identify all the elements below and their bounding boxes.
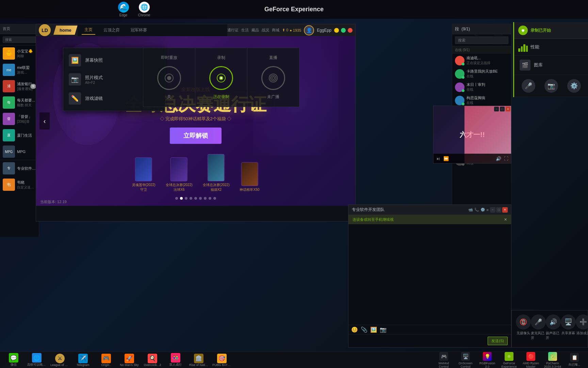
gf-camera-icon: 📷	[544, 79, 558, 93]
send-button[interactable]: 发送(S)	[488, 337, 508, 345]
wechat-item-xiamen[interactable]: 厦 厦门生活	[0, 127, 39, 143]
emoji-icon[interactable]: 😊	[351, 326, 358, 333]
taskbar-browser[interactable]: 🌐 高铁可以喝酒 百度...	[26, 352, 48, 368]
online-section-header: 在线 (9/1)	[452, 46, 511, 54]
friend-judgment[interactable]: 末日丨审判 在线	[452, 80, 511, 94]
chat-notification-close[interactable]: ✕	[504, 217, 507, 222]
video-minimize[interactable]: −	[494, 107, 499, 111]
chat-minimize[interactable]: −	[490, 207, 495, 213]
taskbar-telegram[interactable]: ✈️ Telegram	[72, 353, 94, 367]
instant-replay-btn[interactable]	[157, 66, 181, 90]
chat-input-area: 发送(S)	[348, 334, 511, 347]
taskbar-ron[interactable]: 🏛️ Rise of Nations...	[188, 353, 210, 367]
wechat-item-dudu[interactable]: 督 「督督」 [33组]督	[0, 111, 39, 127]
taskbar-wemod[interactable]: 🎮 WeMod Control	[434, 352, 453, 368]
lol-item-0: 灵魂莲华(2022)守卫	[132, 157, 156, 192]
gf-settings-btn[interactable]: ⚙️	[567, 79, 581, 93]
friends-search-input[interactable]	[455, 36, 508, 44]
video-volume-icon[interactable]: 🔊	[496, 156, 501, 161]
video-fullscreen-icon[interactable]: ⛶	[504, 156, 508, 161]
chat-toolbar: 😊 📎 🖼️ 📷	[348, 325, 511, 334]
chrome-icon-top[interactable]: 🌐 Chrome	[136, 2, 152, 17]
user-avatar[interactable]: 👤	[304, 25, 314, 35]
svg-point-7	[272, 77, 275, 79]
friend-kali[interactable]: 卡路里我的天放BE 在线	[452, 67, 511, 80]
gf-mic-btn[interactable]: 🎤	[522, 79, 535, 93]
call-add[interactable]: ➕ 添加成员	[576, 315, 588, 340]
carousel-prev[interactable]: ‹	[39, 112, 50, 129]
speaker-icon: 🔊	[546, 315, 561, 329]
svg-point-4	[220, 77, 222, 79]
screenshot-chat-icon[interactable]: 📷	[380, 326, 387, 333]
taskbar-nms[interactable]: 🚀 No Man's Sky	[118, 353, 140, 367]
tab-home[interactable]: 主页	[82, 26, 95, 35]
taskbar-origin[interactable]: 🎮 Origin .	[95, 353, 117, 367]
wechat-item-me[interactable]: me me联盟 游戏…	[0, 62, 39, 78]
video-play-icon[interactable]: ⏯	[436, 156, 441, 161]
friend-foot[interactable]: 枸思蔻脚病 在线	[452, 94, 511, 107]
taskbar-rgb[interactable]: 💡 RGBFusion 2.0	[478, 352, 497, 368]
friend-avatar-judgment	[455, 82, 464, 92]
file-icon[interactable]: 📎	[361, 326, 368, 333]
pubg-taskbar-icon: 🎯	[217, 354, 227, 363]
maximize-button[interactable]	[341, 28, 346, 33]
live-section: 直播 未广播	[247, 48, 299, 107]
wechat-item-xiaobao[interactable]: 🐥 小宝宝🐥 闲聊	[0, 45, 39, 62]
play-button[interactable]: home	[53, 26, 78, 35]
taskbar-amd[interactable]: 🔴 AMD Ryzen Master	[521, 352, 540, 368]
tab-tft[interactable]: 云顶之弈	[101, 26, 122, 34]
record-btn[interactable]	[209, 66, 233, 90]
gf-settings-icon: ⚙️	[567, 79, 581, 93]
wechat-search[interactable]	[3, 36, 36, 43]
edge-icon-top[interactable]: 🌊 Edge	[116, 2, 131, 17]
rgb-icon: 💡	[483, 352, 492, 361]
lol-taskbar-icon: ⚔	[55, 354, 65, 363]
gf-performance-section[interactable]: 性能	[514, 39, 588, 56]
gf-controls: 🎤 📷 ⚙️	[514, 75, 588, 97]
lol-nav-right: 通行证 生活 藏品 战况 商城 ⬆ 0 ● 1935 👤 EggEpp	[227, 25, 353, 35]
taskbar-apps-right: 🎮 WeMod Control 🖥️ OnScreen Control 💡 RG…	[430, 352, 588, 368]
wechat-panel-header: 首页	[3, 26, 10, 31]
chat-maximize[interactable]: □	[496, 207, 502, 213]
gf-camera-btn[interactable]: 📷	[544, 79, 558, 93]
wechat-item-everyday[interactable]: 每 每天都要... 额数·郑天	[0, 94, 39, 111]
taskbar-pycharm[interactable]: 🐍 PyCharm 2020.3:3×64	[543, 352, 562, 368]
taskbar-onscreen[interactable]: 🖥️ OnScreen Control	[456, 352, 475, 368]
image-icon[interactable]: 🖼️	[370, 326, 377, 333]
taskbar-ittakes2[interactable]: 👫 双人成行	[165, 352, 186, 368]
unlock-button[interactable]: 立即解锁	[170, 127, 222, 144]
call-speaker[interactable]: 🔊 扬声器已开	[546, 315, 561, 340]
photo-icon: 📷	[69, 73, 81, 86]
taskbar-lol[interactable]: ⚔ League of Legends	[49, 353, 71, 367]
minimize-button[interactable]	[334, 28, 339, 33]
live-btn[interactable]	[261, 66, 285, 90]
chat-messages	[348, 224, 511, 325]
call-mic[interactable]: 🎤 麦克风已开	[531, 315, 546, 340]
close-button[interactable]	[348, 28, 353, 33]
pycharm-icon: 🐍	[548, 352, 557, 361]
wechat-item-bank[interactable]: 浦 浦发银行 [服务通知] 限	[0, 78, 39, 94]
taskbar-geforce[interactable]: GeForce Experience	[500, 352, 519, 368]
taskbar-pubg[interactable]: 🎯 PUBG BATTLEGR...	[211, 353, 233, 367]
video-maximize[interactable]: □	[500, 107, 505, 111]
wechat-item-dev[interactable]: 专 专业软件开发团队	[0, 160, 39, 177]
call-no-camera[interactable]: 📵 无摄像头	[516, 315, 531, 340]
gf-gallery-item[interactable]: 🎬 图库	[514, 56, 588, 75]
friend-nandi[interactable]: 南迪吼... 正在设定义战排	[452, 54, 511, 67]
tab-tournament[interactable]: 冠军杯赛	[128, 26, 150, 34]
version-label: 当前版本: 12.19	[40, 199, 67, 204]
taskbar-other[interactable]: 📋 向已曝...	[565, 353, 584, 367]
video-close[interactable]: ×	[506, 107, 510, 111]
call-screen-share[interactable]: 🖥️ 共享屏幕	[561, 315, 576, 340]
taskbar-wechat[interactable]: 💬 微信	[3, 352, 24, 368]
chat-close[interactable]: ×	[502, 207, 508, 213]
friend-avatar-nandi	[455, 56, 464, 65]
wechat-panel: 首页 🐥 小宝宝🐥 闲聊 me me联盟 游戏… 浦 浦发银行 [服务通知] 限…	[0, 24, 39, 237]
wechat-item-mpg[interactable]: MPG MPG	[0, 143, 39, 160]
friends-panel-header: 段 (9/1)	[452, 24, 511, 34]
other-icon: 📋	[570, 353, 579, 362]
wechat-item-wei[interactable]: 韦 韦晓 自定义送去不会有意见	[0, 177, 39, 193]
taskbar-overcooked[interactable]: 🍳 Overcook...2	[142, 353, 163, 367]
wechat-taskbar-icon: 💬	[9, 353, 18, 363]
video-forward-icon[interactable]: ⏩	[443, 156, 449, 161]
